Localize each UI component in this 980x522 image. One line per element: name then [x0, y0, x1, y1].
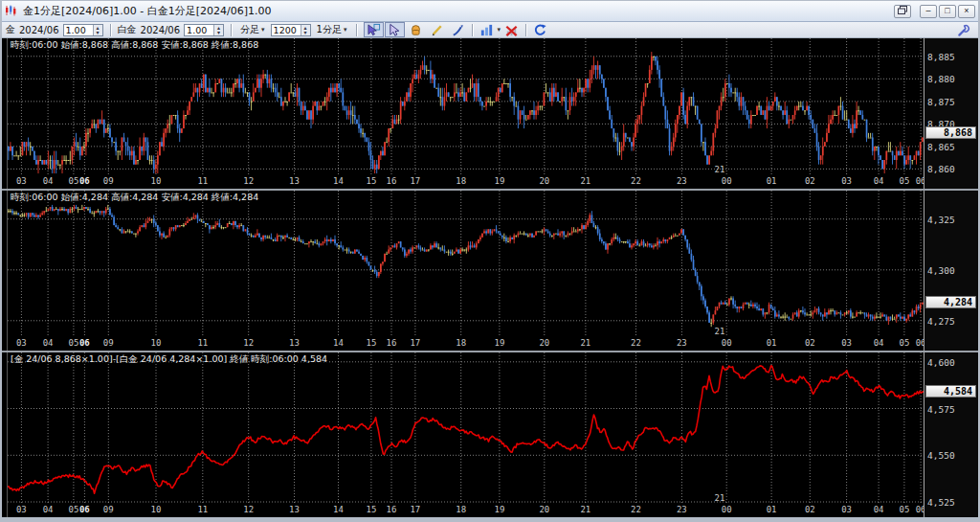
time-axis-label: 13	[289, 338, 300, 348]
float-window-button[interactable]	[894, 5, 911, 18]
time-axis-label: 09	[103, 176, 114, 186]
chart-type-button[interactable]	[477, 22, 497, 37]
platinum-candlestick-canvas	[8, 191, 924, 337]
time-axis-label: 20	[539, 176, 549, 186]
platinum-chart-panel: 時刻:06:00 始値:4,284 高値:4,284 安値:4,284 終値:4…	[2, 191, 978, 351]
time-axis-label: 18	[456, 176, 466, 186]
time-axis-label: 13	[289, 505, 300, 514]
time-axis-label: 06	[916, 505, 924, 514]
select-tool-button[interactable]	[385, 22, 405, 37]
spread-last-price: 4,584	[944, 386, 972, 397]
platinum-plot-area[interactable]: 時刻:06:00 始値:4,284 高値:4,284 安値:4,284 終値:4…	[7, 191, 924, 337]
time-axis-label: 12	[243, 338, 254, 348]
spread-chart-panel: [金 24/06 8,868×1.00]-[白金 24/06 4,284×1.0…	[2, 352, 978, 517]
time-axis-label: 06	[916, 176, 924, 186]
gold-time-axis: 0304050609101112131415161718192021222300…	[7, 175, 924, 189]
spinner-down-icon[interactable]: ▾	[94, 30, 102, 35]
bar-type-label: 分足	[240, 23, 259, 36]
platinum-multiplier-spinner[interactable]: 1.00 ▴▾	[184, 24, 224, 36]
price-axis-label: 8,875	[927, 97, 955, 107]
time-axis-label: 10	[151, 176, 162, 186]
price-axis-label: 8,880	[927, 74, 955, 84]
date-marker: 21	[715, 327, 725, 336]
refresh-button[interactable]	[530, 22, 550, 37]
bar-type-dropdown[interactable]: 分足 ▾	[238, 23, 267, 36]
spinner-arrows-icon[interactable]: ▴▾	[93, 25, 102, 35]
gold-contract-label: 2024/06	[19, 25, 59, 35]
draw-pencil-tool-button[interactable]	[427, 22, 447, 37]
toolbar-separator	[472, 24, 473, 36]
tool-button-group: ▾	[364, 22, 551, 37]
chevron-down-icon[interactable]: ▾	[498, 26, 501, 34]
time-axis-label: 00	[722, 176, 732, 186]
time-axis-label: 21	[580, 505, 590, 514]
draw-pen-tool-button[interactable]	[448, 22, 468, 37]
time-axis-label: 23	[677, 505, 687, 514]
toolbar-separator	[356, 24, 357, 36]
settings-wrench-button[interactable]	[954, 22, 974, 37]
gold-symbol-label: 金	[6, 23, 15, 36]
platinum-last-price-box: 4,284	[925, 296, 976, 308]
toolbar: 金 2024/06 1.00 ▴▾ 白金 2024/06 1.00 ▴▾ 分足 …	[2, 22, 978, 38]
price-axis-label: 4,575	[927, 404, 955, 415]
time-axis-label: 21	[580, 176, 590, 186]
platinum-price-axis: 4,284 4,3254,3004,275	[924, 191, 978, 351]
time-axis-label: 16	[387, 338, 397, 348]
time-axis-label: 15	[367, 176, 377, 186]
toolbar-separator	[110, 24, 111, 36]
time-axis-label: 10	[151, 505, 162, 514]
time-axis-label: 21	[580, 338, 590, 348]
spread-formula-info: [金 24/06 8,868×1.00]-[白金 24/06 4,284×1.0…	[11, 353, 327, 366]
interval-dropdown[interactable]: 1分足 ▾	[315, 23, 349, 36]
price-axis-label: 8,860	[927, 164, 955, 174]
price-axis-label: 8,865	[927, 142, 955, 152]
spinner-arrows-icon[interactable]: ▴▾	[213, 25, 223, 35]
time-axis-label: 16	[387, 505, 397, 514]
toolbar-separator	[525, 24, 526, 36]
spinner-arrows-icon[interactable]: ▴▾	[301, 25, 310, 35]
spread-price-axis: 4,584 4,6004,5754,5504,525	[924, 352, 978, 517]
bar-count-spinner[interactable]: 1200 ▴▾	[271, 24, 311, 36]
date-marker: 21	[715, 493, 725, 503]
gold-plot-area[interactable]: 時刻:06:00 始値:8,868 高値:8,868 安値:8,868 終値:8…	[7, 38, 924, 175]
time-axis-label: 04	[43, 176, 54, 186]
gold-chart-panel: 時刻:06:00 始値:8,868 高値:8,868 安値:8,868 終値:8…	[2, 38, 978, 189]
chevron-down-icon: ▾	[344, 26, 347, 34]
time-axis-label: 04	[874, 176, 884, 186]
time-axis-label: 22	[631, 338, 641, 348]
refresh-icon	[533, 23, 547, 37]
spread-time-axis: 0304050609101112131415161718192021222300…	[7, 504, 924, 517]
time-axis-label: 19	[494, 505, 504, 514]
spinner-down-icon[interactable]: ▾	[214, 30, 223, 35]
price-axis-label: 8,885	[927, 52, 955, 62]
time-axis-label: 14	[333, 176, 344, 186]
pan-tool-button[interactable]	[406, 22, 426, 37]
platinum-last-price: 4,284	[944, 297, 972, 307]
app-icon	[5, 2, 18, 20]
platinum-contract-label: 2024/06	[141, 25, 181, 35]
time-axis-label: 12	[243, 176, 254, 186]
price-axis-label: 4,275	[927, 316, 955, 327]
maximize-button[interactable]: □	[939, 5, 956, 18]
time-axis-label: 01	[767, 338, 777, 348]
clear-indicators-button[interactable]	[501, 22, 522, 37]
minimize-button[interactable]: –	[920, 5, 937, 18]
gold-multiplier-spinner[interactable]: 1.00 ▴▾	[63, 24, 103, 36]
close-button[interactable]: ×	[958, 5, 975, 18]
time-axis-label: 03	[841, 505, 852, 514]
chart-window: 金1分足[2024/06]1.00 - 白金1分足[2024/06]1.00 –…	[0, 0, 980, 522]
time-axis-label: 02	[805, 338, 815, 348]
crosshair-tool-button[interactable]	[364, 22, 384, 37]
time-axis-label: 03	[16, 338, 27, 348]
price-axis-label: 4,600	[927, 357, 955, 368]
time-axis-label: 14	[333, 338, 344, 348]
time-axis-label: 11	[197, 176, 208, 186]
toolbar-separator	[231, 24, 232, 36]
interval-label: 1分足	[317, 23, 342, 36]
time-axis-label: 17	[410, 338, 420, 348]
spread-plot-area[interactable]: [金 24/06 8,868×1.00]-[白金 24/06 4,284×1.0…	[7, 352, 924, 504]
time-axis-label: 15	[367, 505, 377, 514]
select-tool-icon	[388, 23, 402, 37]
time-axis-label: 23	[677, 176, 687, 186]
spinner-down-icon[interactable]: ▾	[301, 30, 310, 35]
